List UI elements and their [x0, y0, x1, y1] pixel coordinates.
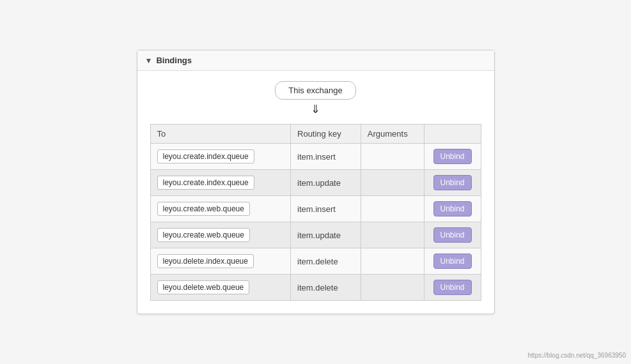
queue-name: leyou.delete.web.queue: [157, 280, 250, 294]
exchange-diagram: This exchange ⇓: [150, 81, 481, 116]
cell-routing-key: item.insert: [291, 144, 361, 170]
cell-action: Unbind: [424, 170, 481, 196]
queue-name: leyou.delete.index.queue: [157, 254, 254, 268]
cell-routing-key: item.update: [291, 222, 361, 248]
cell-arguments: [361, 248, 424, 275]
watermark: https://blog.csdn.net/qq_36963950: [528, 352, 626, 359]
table-row: leyou.delete.index.queueitem.deleteUnbin…: [150, 248, 481, 275]
queue-name: leyou.create.index.queue: [157, 149, 254, 163]
table-row: leyou.create.web.queueitem.updateUnbind: [150, 222, 481, 248]
cell-to: leyou.create.index.queue: [150, 144, 291, 170]
unbind-button[interactable]: Unbind: [433, 175, 472, 190]
exchange-label: This exchange: [275, 81, 356, 100]
cell-arguments: [361, 144, 424, 170]
cell-action: Unbind: [424, 248, 481, 275]
cell-action: Unbind: [424, 196, 481, 222]
col-header-action: [424, 125, 481, 144]
table-row: leyou.create.index.queueitem.updateUnbin…: [150, 170, 481, 196]
queue-name: leyou.create.index.queue: [157, 176, 254, 190]
table-row: leyou.create.web.queueitem.insertUnbind: [150, 196, 481, 222]
cell-arguments: [361, 196, 424, 222]
panel-title: Bindings: [156, 56, 192, 65]
arrow-down-icon: ⇓: [311, 102, 320, 116]
toggle-icon[interactable]: ▼: [145, 56, 153, 65]
col-header-to: To: [150, 125, 291, 144]
unbind-button[interactable]: Unbind: [433, 280, 472, 295]
bindings-table: To Routing key Arguments leyou.create.in…: [150, 124, 481, 301]
queue-name: leyou.create.web.queue: [157, 228, 250, 242]
panel-body: This exchange ⇓ To Routing key Arguments…: [137, 71, 494, 314]
col-header-arguments: Arguments: [361, 125, 424, 144]
cell-arguments: [361, 275, 424, 301]
unbind-button[interactable]: Unbind: [433, 227, 472, 243]
panel-header: ▼ Bindings: [137, 50, 494, 71]
cell-to: leyou.create.web.queue: [150, 222, 291, 248]
table-row: leyou.create.index.queueitem.insertUnbin…: [150, 144, 481, 170]
unbind-button[interactable]: Unbind: [433, 149, 472, 164]
col-header-routing-key: Routing key: [291, 125, 361, 144]
cell-to: leyou.create.web.queue: [150, 196, 291, 222]
cell-routing-key: item.update: [291, 170, 361, 196]
cell-arguments: [361, 222, 424, 248]
cell-routing-key: item.delete: [291, 275, 361, 301]
table-header-row: To Routing key Arguments: [150, 125, 481, 144]
cell-routing-key: item.insert: [291, 196, 361, 222]
cell-to: leyou.delete.web.queue: [150, 275, 291, 301]
queue-name: leyou.create.web.queue: [157, 202, 250, 216]
cell-arguments: [361, 170, 424, 196]
cell-action: Unbind: [424, 275, 481, 301]
cell-to: leyou.create.index.queue: [150, 170, 291, 196]
unbind-button[interactable]: Unbind: [433, 201, 472, 216]
unbind-button[interactable]: Unbind: [433, 254, 472, 269]
table-row: leyou.delete.web.queueitem.deleteUnbind: [150, 275, 481, 301]
cell-action: Unbind: [424, 222, 481, 248]
bindings-panel: ▼ Bindings This exchange ⇓ To Routing ke…: [137, 50, 495, 314]
cell-to: leyou.delete.index.queue: [150, 248, 291, 275]
cell-routing-key: item.delete: [291, 248, 361, 275]
cell-action: Unbind: [424, 144, 481, 170]
